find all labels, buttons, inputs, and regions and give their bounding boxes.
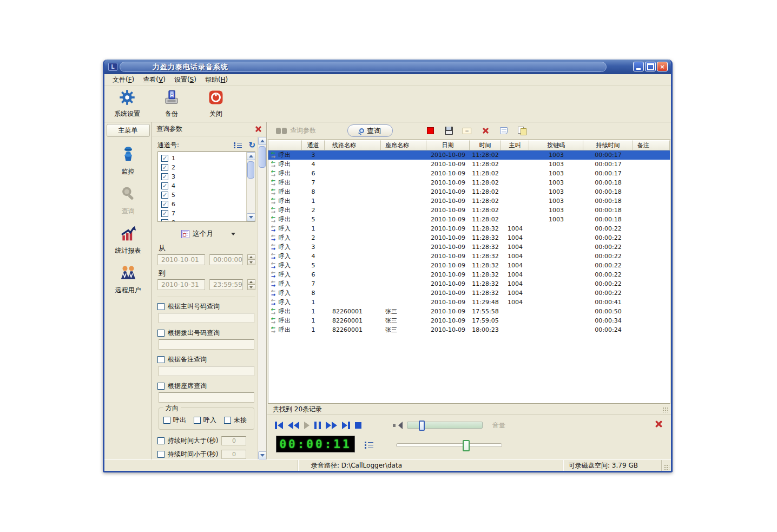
checkbox[interactable]: ✓ bbox=[161, 210, 168, 217]
checkbox[interactable] bbox=[157, 437, 164, 444]
pause-button[interactable] bbox=[314, 422, 321, 429]
direction-option[interactable]: 呼出 bbox=[163, 416, 186, 425]
filter-checkbox-row[interactable]: 根据拨出号码查询 bbox=[157, 328, 255, 338]
column-header-8[interactable]: 持续时间 bbox=[583, 140, 633, 150]
sidebar-item-stats-report[interactable]: 统计报表 bbox=[115, 225, 141, 255]
scroll-up-icon[interactable] bbox=[258, 137, 267, 145]
table-row[interactable]: ←→呼入72010-10-0911:28:32100400:00:22 bbox=[268, 279, 670, 288]
table-row[interactable]: ←→呼入42010-10-0911:28:32100400:00:22 bbox=[268, 252, 670, 261]
column-header-6[interactable]: 主叫 bbox=[501, 140, 529, 150]
volume-slider[interactable] bbox=[407, 422, 483, 429]
play-button[interactable] bbox=[304, 422, 310, 429]
column-header-7[interactable]: 按键码 bbox=[529, 140, 583, 150]
from-time-spinner[interactable] bbox=[247, 254, 255, 265]
listbox-scrollbar[interactable] bbox=[246, 152, 255, 221]
checkbox[interactable]: ✓ bbox=[161, 182, 168, 189]
checkbox[interactable]: ✓ bbox=[161, 155, 168, 162]
toolbar-button-2[interactable]: H备份 bbox=[156, 89, 187, 119]
checkbox[interactable] bbox=[157, 451, 164, 458]
minimize-button[interactable] bbox=[633, 62, 644, 71]
table-row[interactable]: ←→呼出72010-10-0911:28:02100300:00:18 bbox=[268, 178, 670, 187]
table-row[interactable]: ←→呼出182260001张三2010-10-0917:55:5800:00:5… bbox=[268, 307, 670, 316]
sidebar-item-remote-users[interactable]: 远程用户 bbox=[115, 264, 141, 295]
close-button[interactable]: × bbox=[657, 62, 668, 71]
table-row[interactable]: ←→呼入22010-10-0911:28:32100400:00:22 bbox=[268, 233, 670, 242]
memo-icon[interactable] bbox=[499, 127, 509, 135]
channel-listbox[interactable]: ✓1✓2✓3✓4✓5✓6✓7✓8 bbox=[157, 152, 255, 222]
channel-checkbox-row[interactable]: ✓5 bbox=[161, 191, 255, 200]
column-header-dir[interactable] bbox=[268, 140, 302, 150]
channel-checkbox-row[interactable]: ✓8 bbox=[161, 218, 255, 222]
table-row[interactable]: ←→呼入52010-10-0911:28:32100400:00:22 bbox=[268, 261, 670, 270]
column-header-9[interactable]: 备注 bbox=[633, 140, 670, 150]
checkbox[interactable]: ✓ bbox=[161, 201, 168, 208]
column-header-1[interactable]: 通道 bbox=[302, 140, 325, 150]
period-dropdown[interactable]: 这个月 bbox=[178, 228, 217, 240]
channel-list-icon[interactable] bbox=[234, 142, 242, 148]
table-row[interactable]: ←→呼出32010-10-0911:28:02100300:00:17 bbox=[268, 150, 670, 160]
table-row[interactable]: ←→呼入12010-10-0911:28:32100400:00:22 bbox=[268, 224, 670, 233]
delete-icon[interactable] bbox=[480, 127, 490, 135]
duration-filter-row[interactable]: 持续时间大于(秒)0 bbox=[157, 435, 255, 446]
position-slider-thumb[interactable] bbox=[463, 440, 470, 451]
table-row[interactable]: ←→呼入82010-10-0911:28:32100400:00:22 bbox=[268, 288, 670, 298]
sidebar-item-search[interactable]: 查询 bbox=[119, 185, 137, 216]
menu-item-v[interactable]: 查看(V) bbox=[139, 74, 169, 86]
table-row[interactable]: ←→呼入12010-10-0911:29:48100400:00:41 bbox=[268, 298, 670, 307]
checkbox[interactable]: ✓ bbox=[161, 219, 168, 222]
playlist-icon[interactable] bbox=[365, 441, 373, 449]
from-date-field[interactable]: 2010-10-01 bbox=[157, 254, 205, 265]
stop-record-icon[interactable] bbox=[425, 127, 435, 135]
channel-checkbox-row[interactable]: ✓4 bbox=[161, 181, 255, 191]
checkbox[interactable]: ✓ bbox=[161, 164, 168, 171]
fast-forward-button[interactable] bbox=[326, 422, 337, 429]
query-panel-scrollbar[interactable] bbox=[258, 137, 266, 459]
filter-input[interactable] bbox=[159, 339, 254, 350]
filter-input[interactable] bbox=[159, 313, 254, 323]
checkbox[interactable] bbox=[194, 417, 201, 424]
resize-grip[interactable] bbox=[664, 464, 669, 470]
table-row[interactable]: ←→呼出82010-10-0911:28:02100300:00:18 bbox=[268, 187, 670, 196]
speaker-icon[interactable] bbox=[393, 422, 401, 429]
skip-start-button[interactable] bbox=[275, 422, 283, 429]
checkbox[interactable] bbox=[157, 356, 164, 363]
channel-checkbox-row[interactable]: ✓1 bbox=[161, 154, 255, 163]
direction-option[interactable]: 未接 bbox=[224, 416, 247, 425]
channel-checkbox-row[interactable]: ✓3 bbox=[161, 172, 255, 181]
column-header-2[interactable]: 线路名称 bbox=[325, 140, 381, 150]
column-header-4[interactable]: 日期 bbox=[426, 140, 470, 150]
export-icon[interactable] bbox=[517, 127, 527, 135]
scroll-up-icon[interactable] bbox=[247, 152, 255, 160]
scroll-thumb[interactable] bbox=[259, 146, 266, 168]
close-player-icon[interactable] bbox=[655, 420, 663, 428]
checkbox[interactable] bbox=[157, 383, 164, 390]
menu-item-f[interactable]: 文件(F) bbox=[109, 74, 138, 86]
table-row[interactable]: ←→呼入32010-10-0911:28:32100400:00:22 bbox=[268, 242, 670, 252]
maximize-button[interactable] bbox=[645, 62, 656, 71]
table-row[interactable]: ←→呼出42010-10-0911:28:02100300:00:17 bbox=[268, 160, 670, 169]
toolbar-button-1[interactable]: 系统设置 bbox=[112, 89, 142, 119]
checkbox[interactable] bbox=[224, 417, 231, 424]
checkbox[interactable] bbox=[157, 303, 164, 310]
direction-option[interactable]: 呼入 bbox=[194, 416, 216, 425]
scroll-thumb[interactable] bbox=[247, 161, 254, 179]
table-row[interactable]: ←→呼出182260001张三2010-10-0918:00:2300:00:2… bbox=[268, 325, 670, 334]
save-icon[interactable] bbox=[444, 127, 453, 135]
stop-button[interactable] bbox=[355, 422, 361, 429]
to-time-spinner[interactable] bbox=[247, 279, 255, 290]
table-row[interactable]: ←→呼入62010-10-0911:28:32100400:00:22 bbox=[268, 270, 670, 279]
resize-grip[interactable] bbox=[662, 407, 668, 412]
table-row[interactable]: ←→呼出182260001张三2010-10-0917:59:0500:00:3… bbox=[268, 316, 670, 325]
duration-filter-row[interactable]: 持续时间小于(秒)0 bbox=[157, 449, 255, 459]
scroll-down-icon[interactable] bbox=[258, 451, 267, 459]
refresh-icon[interactable]: ↻ bbox=[248, 141, 255, 149]
channel-checkbox-row[interactable]: ✓7 bbox=[161, 209, 255, 218]
menu-item-s[interactable]: 设置(S) bbox=[170, 74, 200, 86]
column-header-5[interactable]: 时间 bbox=[470, 140, 501, 150]
position-slider[interactable] bbox=[396, 443, 502, 447]
chevron-down-icon[interactable] bbox=[231, 233, 235, 238]
sidebar-item-monitor[interactable]: 监控 bbox=[119, 146, 137, 176]
checkbox[interactable]: ✓ bbox=[161, 192, 168, 199]
table-row[interactable]: ←→呼出62010-10-0911:28:02100300:00:17 bbox=[268, 169, 670, 178]
table-row[interactable]: ←→呼出52010-10-0911:28:02100300:00:18 bbox=[268, 215, 670, 224]
